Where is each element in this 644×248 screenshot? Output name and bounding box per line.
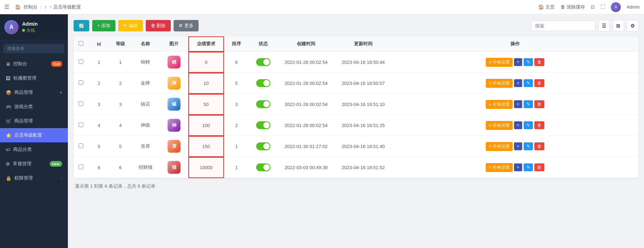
status-toggle-4[interactable]	[256, 142, 270, 150]
edit-button[interactable]: ✎ 编辑	[118, 20, 143, 31]
nav-clear-cache-btn[interactable]: 🗑 清除缓存	[560, 4, 585, 10]
del-btn-0[interactable]: 🗑	[534, 58, 544, 66]
toggle-thumb-0	[263, 59, 270, 65]
view-settings-btn[interactable]: ⚙	[627, 20, 638, 31]
cell-level-1: 2	[110, 73, 131, 94]
status-toggle-5[interactable]	[256, 163, 270, 171]
pagination-info: 显示第 1 到第 6 条记录，总共 6 条记录	[74, 183, 638, 189]
row-checkbox-2[interactable]	[79, 101, 83, 106]
search-input[interactable]	[531, 21, 595, 31]
cell-created-1: 2022-01-28 00:02:54	[278, 73, 335, 94]
del-btn-4[interactable]: 🗑	[534, 142, 544, 150]
cell-updated-0: 2023-04-16 18:50:44	[335, 52, 392, 73]
cell-actions-2: ≡ 价格设置 + ✎ 🗑	[392, 94, 638, 115]
delete-button[interactable]: 🗑 删除	[146, 20, 171, 31]
status-toggle-3[interactable]	[256, 121, 270, 129]
sidebar-avatar: A	[4, 20, 19, 34]
del-btn-2[interactable]: 🗑	[534, 100, 544, 108]
status-toggle-0[interactable]	[256, 58, 270, 66]
edit-btn-1[interactable]: ✎	[524, 79, 533, 87]
cell-name-0: 锦鲤	[131, 52, 160, 73]
action-btns-1: ≡ 价格设置 + ✎ 🗑	[397, 79, 633, 88]
cell-performance-0: 0	[188, 52, 224, 73]
table-row: 3 3 镇店 镇 50 3 2022-01-28 00:02:54 2023-0…	[74, 94, 638, 115]
view-list-btn[interactable]: ☰	[598, 20, 610, 31]
price-btn-3[interactable]: ≡ 价格设置	[486, 121, 512, 130]
nav-icon1-btn[interactable]: ⊡	[591, 4, 595, 10]
plus-btn-2[interactable]: +	[514, 100, 522, 108]
breadcrumb-home[interactable]: 控制台	[24, 4, 38, 10]
cell-id-5: 6	[88, 157, 110, 178]
edit-btn-0[interactable]: ✎	[524, 58, 533, 66]
edit-btn-5[interactable]: ✎	[524, 163, 533, 171]
sidebar-user-info: Admin 在线	[22, 21, 38, 34]
status-toggle-2[interactable]	[256, 100, 270, 108]
action-btns-3: ≡ 价格设置 + ✎ 🗑	[397, 121, 633, 130]
cell-status-2	[249, 94, 278, 115]
data-table: Id 等级 名称 图片 业绩要求 排序 状态 创建时间 更新时间 操作	[74, 36, 638, 178]
cell-actions-0: ≡ 价格设置 + ✎ 🗑	[392, 52, 638, 73]
cell-performance-2: 50	[188, 94, 224, 115]
price-btn-2[interactable]: ≡ 价格设置	[486, 100, 512, 109]
plus-btn-1[interactable]: +	[514, 79, 522, 87]
select-all-checkbox[interactable]	[79, 41, 83, 46]
hamburger-icon[interactable]: ☰	[4, 4, 9, 10]
sidebar-item-goods-mgr[interactable]: 📦商品管理 ▾	[0, 85, 68, 100]
sidebar-item-general-mgr[interactable]: ⚙常规管理 new	[0, 157, 68, 171]
sidebar-item-banner[interactable]: 🖼轮播图管理	[0, 71, 68, 85]
table-row: 5 5 首席 席 150 1 2022-01-30 01:27:02 2023-…	[74, 136, 638, 157]
plus-btn-3[interactable]: +	[514, 121, 522, 129]
cell-sort-3: 2	[224, 115, 249, 136]
price-btn-5[interactable]: ≡ 价格设置	[486, 163, 512, 172]
sidebar-search-area	[0, 40, 68, 57]
cell-image-3: 神	[160, 115, 188, 136]
edit-btn-3[interactable]: ✎	[524, 121, 533, 129]
col-header-actions: 操作	[392, 36, 638, 52]
sidebar-status: 在线	[22, 27, 38, 34]
action-btns-5: ≡ 价格设置 + ✎ 🗑	[397, 163, 633, 172]
row-checkbox-4[interactable]	[79, 143, 83, 148]
col-header-created: 创建时间	[278, 36, 335, 52]
del-btn-1[interactable]: 🗑	[534, 79, 544, 87]
refresh-button[interactable]: 🔄	[74, 20, 89, 31]
view-grid-btn[interactable]: ⊞	[613, 20, 624, 31]
sidebar-item-game-category[interactable]: 🎮游戏分类	[0, 100, 68, 114]
cell-id-4: 5	[88, 136, 110, 157]
price-btn-1[interactable]: ≡ 价格设置	[486, 79, 512, 88]
del-btn-5[interactable]: 🗑	[534, 163, 544, 171]
sidebar-search-input[interactable]	[4, 44, 64, 53]
edit-btn-4[interactable]: ✎	[524, 142, 533, 150]
add-button[interactable]: + 添加	[92, 20, 115, 31]
cell-id-0: 1	[88, 52, 110, 73]
sidebar-item-goods-manage[interactable]: 🛒商品管理	[0, 114, 68, 128]
price-btn-4[interactable]: ≡ 价格设置	[486, 142, 512, 151]
more-button[interactable]: ⚙ 更多	[174, 20, 199, 31]
cell-actions-3: ≡ 价格设置 + ✎ 🗑	[392, 115, 638, 136]
row-checkbox-3[interactable]	[79, 122, 83, 127]
sidebar-item-console[interactable]: 🖥控制台 hot	[0, 57, 68, 71]
sidebar-item-permissions[interactable]: 🔒权限管理 ‹	[0, 171, 68, 185]
cell-image-1: 牌	[160, 73, 188, 94]
edit-btn-2[interactable]: ✎	[524, 100, 533, 108]
level-image-1: 牌	[168, 77, 180, 90]
sidebar-item-product-category[interactable]: 🏷商品分类	[0, 142, 68, 157]
nav-icon2-btn[interactable]: ⛶	[600, 4, 605, 10]
nav-home-btn[interactable]: 🏠 主页	[538, 4, 555, 10]
cell-actions-4: ≡ 价格设置 + ✎ 🗑	[392, 136, 638, 157]
layout: A Admin 在线 🖥控制台 hot 🖼轮播图管理 📦商品管理 ▾	[0, 14, 644, 248]
row-checkbox-0[interactable]	[79, 59, 83, 64]
del-btn-3[interactable]: 🗑	[534, 121, 544, 129]
status-toggle-1[interactable]	[256, 79, 270, 87]
level-image-0: 鲤	[168, 56, 180, 69]
row-checkbox-5[interactable]	[79, 165, 83, 169]
plus-btn-5[interactable]: +	[514, 163, 522, 171]
price-btn-0[interactable]: ≡ 价格设置	[486, 58, 512, 67]
cell-id-2: 3	[88, 94, 110, 115]
row-checkbox-1[interactable]	[79, 80, 83, 85]
cell-sort-0: 6	[224, 52, 249, 73]
plus-btn-4[interactable]: +	[514, 142, 522, 150]
plus-btn-0[interactable]: +	[514, 58, 522, 66]
badge-new: new	[50, 161, 62, 167]
sidebar-item-member-level[interactable]: ⭐店员等级配置	[0, 128, 68, 142]
col-header-status: 状态	[249, 36, 278, 52]
